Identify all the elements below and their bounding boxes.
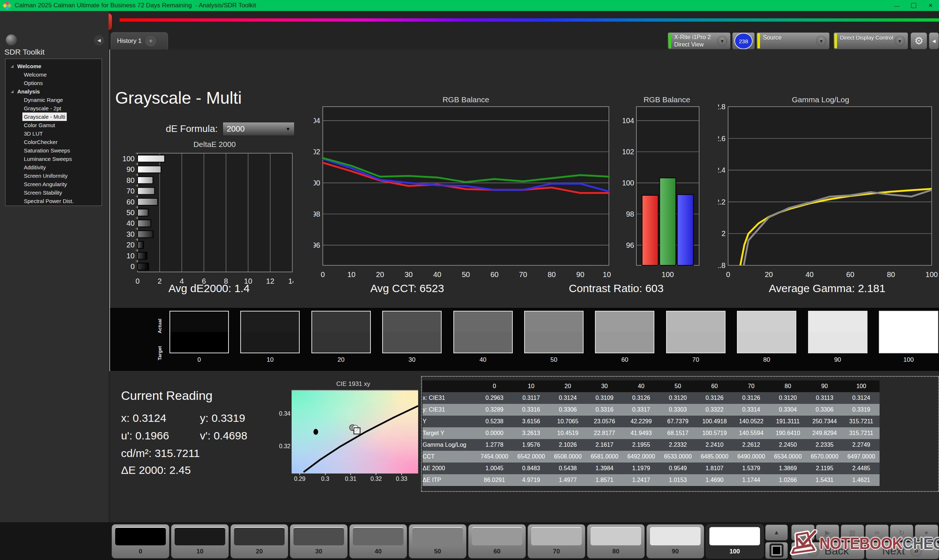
settings-button[interactable]: ⚙ [910, 32, 927, 49]
close-button[interactable]: ✕ [922, 0, 939, 11]
sidebar-item-additivity[interactable]: Additivity [6, 163, 102, 172]
tree-expander-icon[interactable] [11, 90, 14, 93]
level-button-70[interactable]: 70 [527, 524, 585, 558]
level-label: 30 [290, 548, 347, 555]
svg-text:96: 96 [314, 241, 320, 249]
chevron-down-icon[interactable]: ▼ [816, 35, 827, 46]
chevron-down-icon[interactable]: ▼ [717, 35, 728, 46]
level-button-40[interactable]: 40 [349, 524, 407, 558]
level-button-80[interactable]: 80 [587, 524, 645, 558]
chevron-down-icon[interactable]: ▼ [894, 35, 905, 46]
sidebar-item-options[interactable]: Options [6, 79, 102, 87]
swatch-actual [809, 312, 867, 332]
sidebar-item-grayscale-2pt[interactable]: Grayscale - 2pt [6, 104, 102, 112]
cie-xtick-0.31: 0.31 [340, 476, 362, 482]
table-cell: 0.3316 [513, 404, 549, 415]
level-button-20[interactable]: 20 [230, 524, 288, 558]
sidebar-item-analysis[interactable]: Analysis [6, 87, 102, 95]
toolbar-button-4[interactable]: ∞ [865, 525, 889, 541]
sidebar-item-welcome[interactable]: Welcome [6, 62, 102, 70]
swatch-target [312, 332, 370, 352]
table-column-header: 0 [476, 380, 513, 392]
maximize-icon [911, 3, 916, 8]
table-cell: 6497.0000 [843, 451, 880, 463]
sidebar-item-welcome[interactable]: Welcome [6, 70, 102, 79]
back-button[interactable]: «Back [791, 542, 865, 559]
sidebar-item-colorchecker[interactable]: ColorChecker [6, 138, 102, 146]
svg-text:80: 80 [126, 176, 135, 185]
svg-text:60: 60 [126, 198, 135, 206]
scroll-up-button[interactable]: ▲ [765, 525, 788, 541]
gamma-log-log-chart: 2.82.62.42.221.8020406080100 [718, 102, 939, 285]
sidebar-item-screen-angularity[interactable]: Screen Angularity [6, 180, 102, 188]
back-arrow-icon: « [807, 545, 819, 557]
level-button-10[interactable]: 10 [171, 524, 229, 558]
table-row-e-itp: ΔE ITP86.02914.97191.49771.85711.24171.0… [422, 474, 880, 486]
maximize-button[interactable] [905, 0, 922, 11]
ramp-label-60: 60 [595, 356, 654, 363]
tab-history-1[interactable]: History 1 + [111, 32, 168, 49]
sidebar-item-grayscale-multi[interactable]: Grayscale - Multi [6, 112, 102, 121]
toolbar-button-3[interactable]: ▥ [841, 525, 864, 541]
minimize-button[interactable]: — [888, 0, 905, 11]
cie-xtick-0.3: 0.3 [315, 476, 336, 482]
table-column-header: 60 [696, 380, 733, 392]
sidebar-item-label: Grayscale - 2pt [6, 105, 61, 111]
level-button-0[interactable]: 0 [111, 524, 170, 558]
swatch-target [383, 332, 441, 352]
level-button-30[interactable]: 30 [290, 524, 348, 558]
sidebar-item-saturation-sweeps[interactable]: Saturation Sweeps [6, 146, 102, 155]
sidebar-item-dynamic-range[interactable]: Dynamic Range [6, 95, 102, 104]
next-button[interactable]: Next» [866, 542, 939, 559]
pattern-window-button[interactable] [765, 542, 788, 559]
level-button-100[interactable]: 100 [706, 524, 764, 558]
level-label: 40 [350, 548, 407, 555]
level-button-90[interactable]: 90 [646, 524, 704, 558]
meter-count-value: 238 [734, 32, 752, 49]
cie-overlay [291, 390, 418, 473]
chevron-down-icon: ▼ [285, 126, 290, 132]
sidebar-item-screen-uniformity[interactable]: Screen Uniformity [6, 172, 102, 180]
svg-text:80: 80 [547, 271, 556, 278]
orb-button[interactable] [6, 34, 17, 45]
table-cell: 68.1517 [660, 427, 696, 439]
sidebar-item-screen-stability[interactable]: Screen Stability [6, 188, 102, 197]
source-label: Source [763, 34, 782, 41]
meter-select[interactable]: X-Rite i1Pro 2 Direct View ▼ [668, 32, 731, 49]
tree-expander-icon[interactable] [11, 65, 14, 68]
table-cell: 4.9719 [513, 474, 549, 486]
de-formula-select[interactable]: 2000 ▼ [223, 122, 294, 136]
table-cell: 6542.0000 [513, 451, 549, 463]
toolbar-button-1[interactable]: ■ [791, 525, 815, 541]
table-cell: 0.3126 [733, 392, 769, 404]
toolbar-button-5[interactable]: ↻ [890, 525, 913, 541]
sidebar-collapse-button[interactable]: ◀ [94, 35, 104, 45]
measurement-table-region[interactable]: 0102030405060708090100x: CIE310.29630.31… [421, 376, 939, 492]
level-button-50[interactable]: 50 [409, 524, 467, 558]
table-row-label: ΔE ITP [422, 474, 476, 486]
toolbar-button-2[interactable]: ▶ [816, 525, 839, 541]
level-button-60[interactable]: 60 [468, 524, 526, 558]
calman-app-window: Calman 2025 Calman Ultimate for Business… [0, 0, 939, 560]
toolbar-button-6[interactable]: ● [915, 525, 938, 541]
add-tab-button[interactable]: + [145, 35, 156, 46]
table-row-label: ΔE 2000 [422, 463, 476, 474]
sidebar-item-color-gamut[interactable]: Color Gamut [6, 121, 102, 129]
svg-text:100: 100 [314, 179, 320, 187]
source-select[interactable]: Source ▼ [756, 32, 830, 49]
svg-text:2.8: 2.8 [718, 103, 726, 111]
sidebar-item-3d-lut[interactable]: 3D LUT [6, 129, 102, 138]
sidebar-item-luminance-sweeps[interactable]: Luminance Sweeps [6, 155, 102, 163]
table-column-header: 100 [843, 380, 880, 392]
table-cell: 2.2450 [769, 439, 806, 451]
svg-text:70: 70 [519, 271, 527, 278]
level-patch [591, 527, 641, 545]
bottom-bar: 0102030405060708090100▲■▶▥∞↻●«BackNext» [0, 522, 939, 560]
panel-collapse-button[interactable]: ◀ [929, 32, 939, 49]
reading-line-0-a: x: 0.3124 [121, 412, 166, 425]
display-control-select[interactable]: Direct Display Control ▼ [833, 32, 908, 49]
swatch-target [880, 332, 937, 352]
svg-text:102: 102 [314, 148, 320, 156]
sidebar-item-spectral-power-dist[interactable]: Spectral Power Dist. [6, 197, 102, 205]
sidebar-item-label: Grayscale - Multi [22, 112, 67, 121]
